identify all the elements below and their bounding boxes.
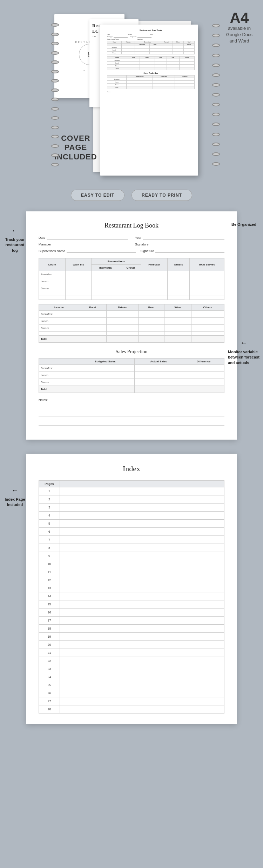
index-section: ← Index Page Included Index Pages 123456…: [0, 450, 263, 735]
sales-table: Budgeted Sales Actual Sales Difference B…: [39, 358, 224, 393]
spiral-ring: [212, 123, 220, 126]
logbook-notebook: Restaurant Log Book Date Month Year Mana…: [100, 25, 198, 176]
table-row: 24: [39, 673, 224, 681]
spiral-ring: [51, 23, 59, 27]
page-content: [60, 617, 224, 625]
col-content: [60, 481, 224, 487]
table-row: 7: [39, 536, 224, 544]
easy-to-edit-button[interactable]: EASY TO EDIT: [71, 190, 124, 201]
ready-to-print-button[interactable]: READY TO PRINT: [132, 190, 192, 201]
col-food: Food: [79, 304, 106, 311]
spiral-ring: [212, 93, 220, 97]
availability-label: available inGoogle Docsand Word: [226, 25, 252, 45]
notes-section: Notes:: [39, 398, 224, 426]
table-row: 25: [39, 681, 224, 689]
col-income: Income: [39, 304, 79, 311]
spiral-ring: [212, 64, 220, 67]
col-wine: Wine: [164, 304, 191, 311]
date-label: Date: [39, 236, 45, 239]
col-total-served: Total Served: [189, 258, 224, 271]
page-content: [60, 528, 224, 536]
spiral-ring: [51, 70, 59, 73]
spiral-ring: [51, 135, 59, 138]
mini-income-table: Income Food Drinks Beer Wine Others Brea…: [107, 56, 195, 70]
doc-fields-section: Date Year Manager Signature Supervisor's…: [39, 235, 224, 253]
table-row: 8: [39, 544, 224, 552]
page-content: [60, 520, 224, 528]
total-row: Total: [39, 386, 224, 393]
page-content: [60, 592, 224, 600]
spiral-ring: [212, 34, 220, 37]
top-section: A4 available inGoogle Docsand Word: [0, 0, 263, 183]
table-row: Breakfast: [39, 365, 224, 372]
mini-fields-row3: Supervisor's Name Signature: [107, 38, 195, 40]
button-section: EASY TO EDIT READY TO PRINT: [0, 183, 263, 208]
table-row: 26: [39, 689, 224, 697]
spiral-ring: [212, 103, 220, 106]
spiral-ring: [51, 126, 59, 129]
table-row: 23: [39, 665, 224, 673]
table-row: 10: [39, 560, 224, 568]
col-individual: Individual: [92, 265, 120, 271]
page-number: 15: [39, 600, 60, 609]
table-row: 27: [39, 697, 224, 705]
table-row: 9: [39, 552, 224, 560]
page-content: [60, 512, 224, 520]
page-number: 13: [39, 584, 60, 592]
col-blank: [39, 359, 76, 365]
mini-reservations-table: Count Walk-ins Reservations Forecast Oth…: [107, 41, 195, 54]
page-content: [60, 641, 224, 649]
signature-line: [150, 241, 224, 246]
page-number: 14: [39, 592, 60, 600]
mini-log-title: Restaurant Log Book: [107, 29, 195, 32]
spiral-ring: [212, 73, 220, 77]
col-others: Others: [168, 258, 190, 271]
page-content: [60, 633, 224, 641]
notes-line-2: [39, 411, 224, 416]
page-number: 6: [39, 528, 60, 536]
mini-fields-row2: Manager Signature: [107, 36, 195, 38]
spiral-ring: [212, 44, 220, 47]
page-number: 19: [39, 633, 60, 641]
reservations-table: Count Walk-ins Reservations Forecast Oth…: [39, 258, 224, 300]
mini-field-sig2: Signature: [137, 38, 158, 40]
page-number: 12: [39, 576, 60, 584]
table-row: Lunch: [39, 372, 224, 379]
page-number: 24: [39, 673, 60, 681]
field-manager: Manager: [39, 241, 128, 246]
col-group: Group: [120, 265, 141, 271]
page-content: [60, 552, 224, 560]
col-others2: Others: [191, 304, 224, 311]
mini-sales-title: Sales Projection: [107, 72, 195, 74]
spiral-ring: [51, 33, 59, 36]
page-number: 28: [39, 705, 60, 714]
sales-section-title: Sales Projection: [39, 349, 224, 355]
index-title: Index: [39, 464, 224, 473]
year-label: Year: [135, 236, 141, 239]
table-row: Breakfast: [39, 311, 224, 318]
spiral-ring: [51, 116, 59, 120]
index-table: Pages 1234567891011121314151617181920212…: [39, 480, 224, 714]
table-row: 20: [39, 641, 224, 649]
col-count: Count: [39, 258, 66, 271]
page-content: [60, 487, 224, 495]
total-row: Total: [39, 336, 224, 343]
page-content: [60, 495, 224, 504]
col-forecast: Forecast: [141, 258, 167, 271]
spiral-binding-left: [50, 18, 60, 172]
table-row: 28: [39, 705, 224, 714]
page-content: [60, 544, 224, 552]
page-content: [60, 576, 224, 584]
spiral-ring: [212, 133, 220, 136]
mini-field-manager: Manager: [107, 36, 128, 38]
manager-line: [53, 241, 128, 246]
page-content: [60, 504, 224, 512]
page-number: 1: [39, 487, 60, 495]
mini-field-month: Month: [128, 33, 147, 35]
page-number: 27: [39, 697, 60, 705]
col-reservations: Reservations: [92, 258, 141, 265]
table-row: Dinner: [39, 379, 224, 386]
notes-line-1: [39, 402, 224, 407]
page-content: [60, 536, 224, 544]
monitor-variable-label: ← Monitor variable between forecast and …: [228, 338, 259, 366]
